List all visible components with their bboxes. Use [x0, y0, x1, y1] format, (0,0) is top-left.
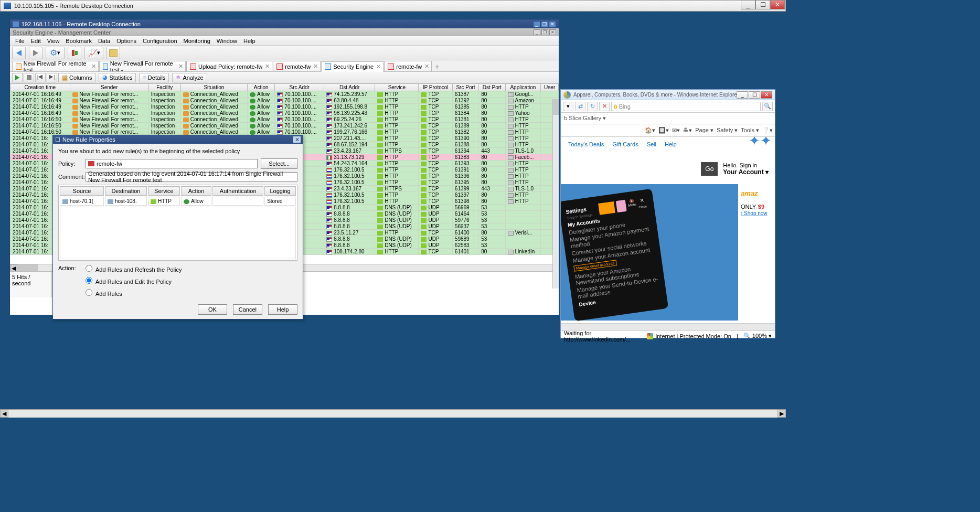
radio-refresh[interactable] — [86, 265, 92, 272]
inner-rdp-titlebar[interactable]: 192.168.11.106 - Remote Desktop Connecti… — [10, 19, 559, 28]
close-button[interactable]: ✕ — [761, 91, 772, 99]
policy-field[interactable]: remote-fw — [86, 159, 258, 168]
page-menu[interactable]: Page ▾ — [695, 127, 713, 134]
play-button[interactable] — [12, 73, 23, 82]
details-button[interactable]: ≡Details — [139, 73, 169, 82]
col-application[interactable]: Application — [505, 84, 541, 91]
minimize-button[interactable]: _ — [533, 21, 540, 27]
feeds-icon[interactable]: 🔲▾ — [658, 127, 669, 134]
tab-0[interactable]: New Firewall For remote test✕ — [12, 61, 99, 71]
account-link[interactable]: Hello. Sign in Your Account ▾ — [723, 162, 769, 176]
first-button[interactable]: |⯇ — [35, 73, 46, 82]
chart-button[interactable]: 📈▾ — [84, 47, 103, 59]
ie-refresh[interactable]: ↻ — [587, 102, 598, 111]
outer-hscroll[interactable]: ◀ ▶ — [0, 409, 786, 418]
tab-5[interactable]: remote-fw✕ — [384, 61, 432, 71]
menu-monitoring[interactable]: Monitoring — [180, 37, 214, 45]
help-button[interactable]: Help — [268, 304, 297, 315]
stop-button[interactable] — [24, 73, 34, 82]
tab-1[interactable]: New Firewall For remote test - ...✕ — [99, 61, 186, 71]
menu-file[interactable]: File — [12, 37, 28, 45]
home-icon[interactable]: 🏠▾ — [645, 127, 655, 134]
col-creation-time[interactable]: Creation time — [10, 84, 70, 91]
col-sender[interactable]: Sender — [70, 84, 148, 91]
comment-field[interactable]: Generated based on the log event 2014-07… — [86, 172, 297, 182]
log-row[interactable]: 2014-07-01 16:16:50New Firewall For remo… — [10, 116, 559, 123]
col-service[interactable]: Service — [375, 84, 419, 91]
col-dst-port[interactable]: Dst Port — [479, 84, 505, 91]
safety-menu[interactable]: Safety ▾ — [717, 127, 738, 134]
close-button[interactable]: ✕ — [549, 21, 556, 27]
menu-window[interactable]: Window — [214, 37, 240, 45]
maximize-button[interactable]: ☐ — [749, 91, 760, 99]
col-src-addr[interactable]: Src Addr — [275, 84, 324, 91]
settings-button[interactable]: ⚙▾ — [46, 47, 65, 59]
favorites-link[interactable]: b Slice Gallery ▾ — [564, 115, 606, 122]
print-icon[interactable]: 🖶▾ — [683, 127, 692, 134]
notes-button[interactable] — [106, 47, 120, 59]
vscroll[interactable] — [552, 99, 559, 289]
select-button[interactable]: Select... — [261, 158, 297, 169]
close-button[interactable]: ✕ — [770, 0, 785, 9]
log-row[interactable]: 2014-07-01 16:16:49New Firewall For remo… — [10, 104, 559, 110]
go-button[interactable]: Go — [701, 162, 718, 176]
col-src-port[interactable]: Src Port — [452, 84, 478, 91]
shop-now-link[interactable]: › Shop now — [741, 210, 772, 216]
tools-menu[interactable]: Tools ▾ — [741, 127, 759, 134]
restore-button[interactable]: ❐ — [541, 29, 548, 35]
nav-deals[interactable]: Today's Deals — [568, 141, 604, 147]
tab-close[interactable]: ✕ — [178, 63, 183, 70]
analyze-button[interactable]: ⚛Analyze — [172, 73, 207, 82]
tab-close[interactable]: ✕ — [265, 63, 270, 70]
log-row[interactable]: 2014-07-01 16:16:49New Firewall For remo… — [10, 110, 559, 116]
tab-close[interactable]: ✕ — [376, 63, 381, 70]
ie-search-box[interactable]: bBing — [611, 102, 761, 111]
new-tab-button[interactable]: + — [432, 62, 442, 71]
col-situation[interactable]: Situation — [180, 84, 247, 91]
nav-help[interactable]: Help — [665, 141, 677, 147]
log-row[interactable]: 2014-07-01 16:16:49New Firewall For remo… — [10, 98, 559, 104]
col-action[interactable]: Action — [248, 84, 275, 91]
minimize-button[interactable]: _ — [741, 0, 755, 9]
next-button[interactable]: ⯈| — [47, 73, 57, 82]
log-row[interactable]: 2014-07-01 16:16:50New Firewall For remo… — [10, 129, 559, 135]
menu-configuration[interactable]: Configuration — [140, 37, 180, 45]
tab-close[interactable]: ✕ — [313, 63, 318, 70]
dialog-titlebar[interactable]: ☐ New Rule Properties ✕ — [53, 135, 303, 144]
restore-button[interactable]: ❐ — [541, 21, 548, 27]
tab-4[interactable]: Security Engine✕ — [321, 61, 384, 72]
log-row[interactable]: 2014-07-01 16:16:50New Firewall For remo… — [10, 123, 559, 129]
ie-stop[interactable]: ✕ — [599, 102, 610, 111]
minimize-button[interactable]: _ — [534, 29, 540, 35]
col-facility[interactable]: Facility — [148, 84, 180, 91]
zoom-control[interactable]: 🔍 100% ▾ — [743, 333, 772, 339]
nav-giftcards[interactable]: Gift Cards — [612, 141, 638, 147]
maximize-button[interactable]: ☐ — [755, 0, 770, 9]
help-icon[interactable]: ❔▾ — [762, 127, 773, 134]
col-dst-addr[interactable]: Dst Addr — [324, 84, 375, 91]
dialog-close-button[interactable]: ✕ — [293, 136, 301, 143]
status-button[interactable] — [68, 47, 81, 59]
menu-data[interactable]: Data — [95, 37, 113, 45]
nav-sell[interactable]: Sell — [647, 141, 656, 147]
statistics-button[interactable]: ◕Statistics — [99, 73, 136, 82]
rule-table[interactable]: SourceDestinationServiceActionAuthentica… — [58, 185, 297, 261]
back-button[interactable] — [12, 47, 26, 59]
menu-bookmark[interactable]: Bookmark — [62, 37, 95, 45]
menu-edit[interactable]: Edit — [28, 37, 44, 45]
close-button[interactable]: ✕ — [549, 29, 556, 35]
ie-search-button[interactable]: 🔍 — [762, 102, 773, 111]
tab-2[interactable]: Upload Policy: remote-fw✕ — [186, 61, 272, 71]
ie-compat[interactable]: ⇄ — [575, 102, 585, 111]
ok-button[interactable]: OK — [198, 304, 227, 315]
ie-dropdown[interactable]: ▾ — [563, 102, 573, 111]
tab-close[interactable]: ✕ — [91, 63, 96, 70]
tab-3[interactable]: remote-fw✕ — [273, 61, 321, 71]
radio-edit[interactable] — [86, 277, 92, 284]
forward-button[interactable] — [29, 47, 42, 59]
col-user[interactable]: User — [541, 84, 559, 91]
radio-add[interactable] — [86, 289, 92, 296]
mail-icon[interactable]: ✉▾ — [672, 127, 680, 134]
tab-close[interactable]: ✕ — [424, 63, 429, 70]
col-ip-protocol[interactable]: IP Protocol — [419, 84, 452, 91]
